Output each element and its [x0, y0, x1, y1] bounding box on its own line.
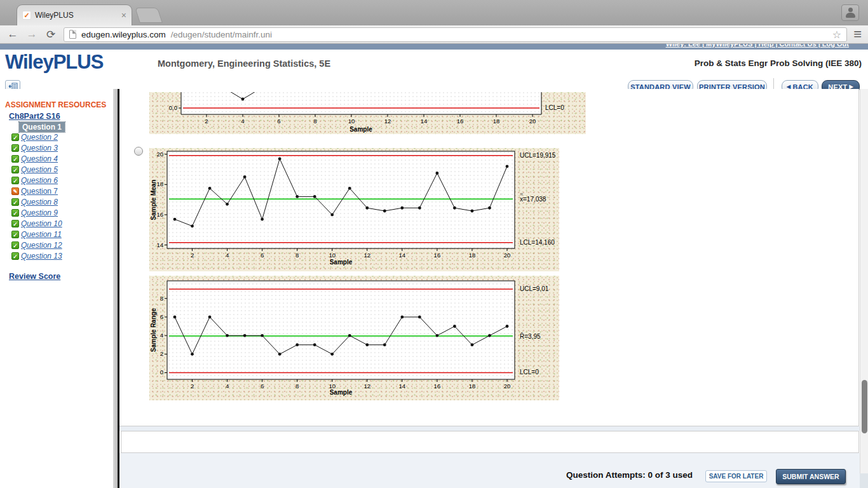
account-links[interactable]: Wiley: Lee | MyWileyPLUS | Help | Contac…	[666, 44, 849, 48]
bookmark-star-icon[interactable]: ☆	[832, 29, 841, 41]
partial-complete-icon: ✎	[11, 187, 19, 195]
current-question-label: Question 1	[19, 122, 65, 132]
svg-text:Sample Range: Sample Range	[150, 308, 157, 352]
browser-toolbar: ← → ⟳ edugen.wileyplus.com/edugen/studen…	[0, 25, 868, 44]
svg-text:Sample: Sample	[330, 389, 353, 396]
svg-text:16: 16	[434, 252, 441, 259]
svg-text:2: 2	[191, 383, 194, 390]
svg-text:6: 6	[277, 118, 280, 125]
complete-check-icon: ✓	[11, 231, 19, 238]
question-attempts-label: Question Attempts: 0 of 3 used	[534, 470, 693, 480]
svg-text:6: 6	[160, 313, 163, 320]
wileyplus-logo: WileyPLUS	[5, 51, 103, 74]
svg-text:14: 14	[156, 241, 163, 248]
svg-text:20: 20	[529, 118, 536, 125]
question-link[interactable]: Question 2	[21, 133, 58, 142]
assignment-sidebar: ASSIGNMENT RESOURCES Ch8Part2 S16 Questi…	[0, 89, 113, 488]
save-for-later-button[interactable]: SAVE FOR LATER	[705, 470, 767, 482]
svg-text:18: 18	[493, 118, 500, 125]
complete-check-icon: ✓	[11, 177, 19, 184]
svg-text:2: 2	[160, 350, 163, 357]
complete-check-icon: ✓	[11, 252, 19, 260]
sidebar-item-question-12: ✓Question 12	[0, 241, 113, 252]
wileyplus-favicon-icon: ✓	[22, 11, 31, 20]
svg-text:16: 16	[457, 118, 464, 125]
book-title: Montgomery, Engineering Statistics, 5E	[158, 58, 330, 69]
complete-check-icon: ✓	[11, 198, 19, 206]
course-name: Prob & Stats Engr Prob Solving (IEE 380)	[695, 58, 862, 68]
svg-text:8: 8	[295, 252, 299, 259]
complete-check-icon: ✓	[11, 155, 19, 163]
browser-profile-button[interactable]	[841, 4, 859, 21]
svg-text:8: 8	[295, 383, 299, 390]
answer-option-radio[interactable]	[134, 147, 143, 156]
question-link[interactable]: Question 5	[21, 165, 58, 174]
browser-menu-icon[interactable]: ≡	[853, 28, 862, 41]
svg-text:14: 14	[399, 252, 406, 259]
tab-close-icon[interactable]: ×	[121, 11, 126, 19]
answer-option-chart-cropped: 0,02468101214161820SampleLCL=0	[149, 92, 586, 134]
svg-text:18: 18	[156, 180, 163, 187]
scrollbar-thumb[interactable]	[862, 380, 867, 433]
sidebar-item-question-5: ✓Question 5	[0, 165, 113, 176]
sidebar-item-question-2: ✓Question 2	[0, 133, 113, 144]
svg-text:Sample: Sample	[349, 126, 372, 133]
account-links-bar: Wiley: Lee | MyWileyPLUS | Help | Contac…	[0, 44, 868, 50]
svg-text:12: 12	[384, 118, 391, 125]
wileyplus-header: WileyPLUS Montgomery, Engineering Statis…	[0, 50, 868, 76]
complete-check-icon: ✓	[11, 209, 19, 217]
sidebar-item-question-3: ✓Question 3	[0, 144, 113, 154]
svg-text:0,0: 0,0	[169, 104, 177, 111]
svg-text:14: 14	[399, 383, 406, 390]
svg-text:4: 4	[241, 118, 244, 125]
question-link[interactable]: Question 10	[21, 219, 62, 228]
browser-window: ✓ WileyPLUS × ← → ⟳ edugen.wileyplus.com…	[0, 0, 868, 488]
complete-check-icon: ✓	[11, 144, 19, 152]
svg-text:2: 2	[205, 118, 208, 125]
svg-text:10: 10	[348, 118, 355, 125]
browser-tab[interactable]: ✓ WileyPLUS ×	[17, 4, 132, 25]
question-link[interactable]: Question 11	[21, 230, 62, 239]
svg-text:4: 4	[160, 332, 163, 339]
svg-text:Sample Mean: Sample Mean	[150, 180, 157, 220]
question-link[interactable]: Question 7	[21, 187, 58, 196]
address-bar[interactable]: edugen.wileyplus.com/edugen/student/main…	[64, 27, 847, 42]
question-link[interactable]: Question 12	[21, 241, 62, 250]
sidebar-item-question-11: ✓Question 11	[0, 230, 113, 241]
page-scrollbar[interactable]	[860, 89, 868, 488]
sidebar-scrollbar[interactable]	[113, 89, 118, 488]
svg-text:16: 16	[156, 211, 163, 218]
tab-title: WileyPLUS	[35, 11, 118, 20]
svg-text:12: 12	[364, 383, 371, 390]
assignment-link[interactable]: Ch8Part2 S16	[9, 112, 60, 121]
new-tab-button[interactable]	[135, 8, 163, 23]
sidebar-heading: ASSIGNMENT RESOURCES	[5, 100, 106, 109]
question-link[interactable]: Question 4	[21, 154, 58, 163]
svg-text:R̄=3,95: R̄=3,95	[520, 332, 541, 340]
svg-text:0: 0	[160, 369, 163, 376]
svg-text:Sample: Sample	[330, 259, 353, 266]
forward-navigation-icon[interactable]: →	[25, 28, 38, 41]
back-navigation-icon[interactable]: ←	[6, 28, 19, 41]
svg-text:LCL=0: LCL=0	[520, 369, 539, 376]
question-link[interactable]: Question 6	[21, 176, 58, 185]
svg-text:LCL=0: LCL=0	[545, 104, 564, 111]
svg-text:20: 20	[504, 252, 511, 259]
sidebar-item-question-10: ✓Question 10	[0, 219, 113, 230]
question-link[interactable]: Question 3	[21, 144, 58, 152]
svg-text:10: 10	[329, 252, 336, 259]
submit-answer-button[interactable]: SUBMIT ANSWER	[776, 469, 846, 484]
review-score-link[interactable]: Review Score	[9, 272, 60, 281]
svg-text:6: 6	[261, 252, 264, 259]
svg-text:20: 20	[504, 383, 511, 390]
question-link[interactable]: Question 9	[21, 208, 58, 217]
complete-check-icon: ✓	[11, 220, 19, 227]
sidebar-item-question-6: ✓Question 6	[0, 176, 113, 187]
reload-icon[interactable]: ⟳	[44, 28, 57, 41]
question-link[interactable]: Question 13	[21, 252, 62, 261]
complete-check-icon: ✓	[11, 241, 19, 249]
complete-check-icon: ✓	[11, 166, 19, 173]
svg-text:4: 4	[226, 383, 229, 390]
question-link[interactable]: Question 8	[21, 198, 58, 207]
svg-text:8: 8	[313, 118, 316, 125]
